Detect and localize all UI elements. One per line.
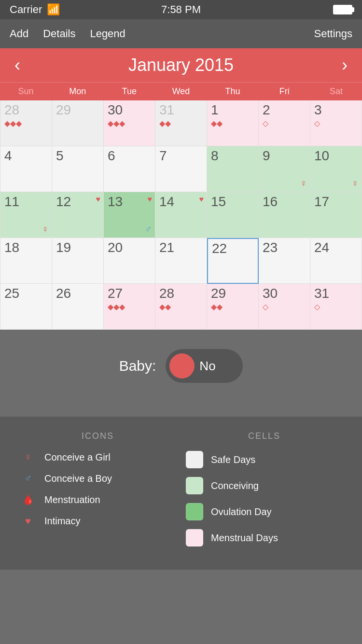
- day-number: 30: [263, 286, 278, 301]
- day-number: 5: [56, 148, 64, 163]
- cal-cell-10[interactable]: 10♀: [310, 146, 362, 192]
- status-right: [333, 5, 352, 14]
- cal-cell-31[interactable]: 31◆◆: [155, 100, 207, 146]
- legend-icons-col: ICONS ♀ Conceive a Girl ♂ Conceive a Boy…: [19, 431, 176, 555]
- cal-cell-9[interactable]: 9♀: [259, 146, 310, 192]
- bottom-section: Baby: No: [0, 330, 362, 407]
- cal-cell-27[interactable]: 27◆◆◆: [104, 284, 155, 330]
- day-number: 6: [108, 148, 115, 163]
- cal-cell-25[interactable]: 25: [0, 284, 52, 330]
- calendar-title: January 2015: [128, 55, 234, 75]
- girl-icon: ♀: [19, 451, 37, 463]
- legend-item-conceiving: Conceiving: [186, 477, 343, 494]
- cal-cell-18[interactable]: 18: [0, 238, 52, 284]
- legend-menstrual-text: Menstrual Days: [211, 532, 278, 544]
- conceiving-swatch: [186, 477, 203, 494]
- legend-conceiving-text: Conceiving: [211, 480, 259, 491]
- cal-cell-28[interactable]: 28◆◆◆: [0, 100, 52, 146]
- cal-cell-3[interactable]: 3◇: [310, 100, 362, 146]
- cal-cell-22[interactable]: 22: [207, 238, 259, 284]
- legend-button[interactable]: Legend: [90, 28, 125, 40]
- drop-icon: ◆◆◆: [108, 302, 125, 311]
- day-number: 30: [108, 102, 123, 117]
- menstrual-swatch: [186, 529, 203, 546]
- day-number: 1: [211, 102, 219, 117]
- boy-icon: ♂: [19, 472, 37, 485]
- day-number: 17: [314, 194, 329, 209]
- cal-cell-11[interactable]: 11♀: [0, 192, 52, 238]
- cal-cell-19[interactable]: 19: [52, 238, 104, 284]
- cal-cell-4[interactable]: 4: [0, 146, 52, 192]
- legend-item-girl: ♀ Conceive a Girl: [19, 451, 176, 463]
- legend-girl-text: Conceive a Girl: [44, 452, 111, 463]
- cal-cell-23[interactable]: 23: [259, 238, 310, 284]
- add-button[interactable]: Add: [10, 28, 28, 40]
- dow-tue: Tue: [103, 83, 155, 100]
- cal-cell-30[interactable]: 30◇: [259, 284, 310, 330]
- day-number: 12: [56, 194, 71, 209]
- legend-item-menstrual-days: Menstrual Days: [186, 529, 343, 546]
- cal-cell-30[interactable]: 30◆◆◆: [104, 100, 155, 146]
- cal-cell-26[interactable]: 26: [52, 284, 104, 330]
- cal-cell-7[interactable]: 7: [155, 146, 207, 192]
- next-month-button[interactable]: ›: [342, 55, 348, 75]
- carrier-label: Carrier: [10, 3, 42, 16]
- battery-icon: [333, 5, 352, 14]
- cal-cell-29[interactable]: 29: [52, 100, 104, 146]
- cal-cell-1[interactable]: 1◆◆: [207, 100, 259, 146]
- cal-cell-14[interactable]: 14♥: [155, 192, 207, 238]
- legend-cells-col: CELLS Safe Days Conceiving Ovulation Day…: [186, 431, 343, 555]
- male-gender-icon: ♂: [145, 224, 152, 235]
- cal-cell-12[interactable]: 12♥: [52, 192, 104, 238]
- female-gender-icon: ♀: [300, 178, 307, 189]
- cal-cell-5[interactable]: 5: [52, 146, 104, 192]
- dow-wed: Wed: [155, 83, 207, 100]
- legend-item-intimacy: ♥ Intimacy: [19, 515, 176, 527]
- day-number: 28: [159, 286, 174, 301]
- female-gender-icon: ♀: [351, 178, 359, 189]
- legend-columns: ICONS ♀ Conceive a Girl ♂ Conceive a Boy…: [19, 431, 343, 555]
- day-number: 14: [159, 194, 174, 209]
- drop-icons: ◆◆: [211, 119, 254, 128]
- settings-button[interactable]: Settings: [314, 28, 353, 40]
- cal-cell-17[interactable]: 17: [310, 192, 362, 238]
- cal-cell-8[interactable]: 8: [207, 146, 259, 192]
- drop-icons: ◆◆◆: [108, 302, 151, 311]
- cal-cell-15[interactable]: 15: [207, 192, 259, 238]
- menstruation-icon: 🩸: [19, 493, 37, 506]
- cal-cell-16[interactable]: 16: [259, 192, 310, 238]
- drop-icon: ◆◆: [159, 302, 171, 311]
- icons-header: ICONS: [19, 431, 176, 441]
- baby-toggle-area: Baby: No: [119, 349, 243, 383]
- day-number: 28: [4, 102, 19, 117]
- cal-cell-20[interactable]: 20: [104, 238, 155, 284]
- ovulation-swatch: [186, 503, 203, 520]
- drop-icon: ◆◆◆: [4, 119, 22, 128]
- day-number: 8: [211, 148, 219, 163]
- dow-sun: Sun: [0, 83, 52, 100]
- cal-cell-24[interactable]: 24: [310, 238, 362, 284]
- cal-cell-31[interactable]: 31◇: [310, 284, 362, 330]
- intimacy-icon: ♥: [19, 515, 37, 527]
- cal-cell-21[interactable]: 21: [155, 238, 207, 284]
- drop-icons: ◆◆◆: [108, 119, 151, 128]
- drop-icons: ◆◆: [159, 302, 203, 311]
- drop-icon: ◆◆: [159, 119, 171, 128]
- status-left: Carrier 📶: [10, 3, 60, 16]
- drop-icon: ◆◆◆: [108, 119, 125, 128]
- drop-icons: ◆◆: [159, 119, 203, 128]
- cal-cell-13[interactable]: 13♥♂: [104, 192, 155, 238]
- baby-toggle[interactable]: No: [166, 349, 243, 383]
- cal-cell-28[interactable]: 28◆◆: [155, 284, 207, 330]
- heart-icon: ♥: [96, 195, 101, 204]
- cal-cell-6[interactable]: 6: [104, 146, 155, 192]
- baby-label: Baby:: [119, 358, 156, 374]
- prev-month-button[interactable]: ‹: [14, 55, 20, 75]
- cal-cell-29[interactable]: 29◆◆: [207, 284, 259, 330]
- cal-cell-2[interactable]: 2◇: [259, 100, 310, 146]
- day-number: 9: [263, 148, 270, 163]
- female-gender-icon: ♀: [42, 224, 49, 235]
- dow-fri: Fri: [259, 83, 310, 100]
- day-of-week-row: Sun Mon Tue Wed Thu Fri Sat: [0, 82, 362, 100]
- details-button[interactable]: Details: [43, 28, 75, 40]
